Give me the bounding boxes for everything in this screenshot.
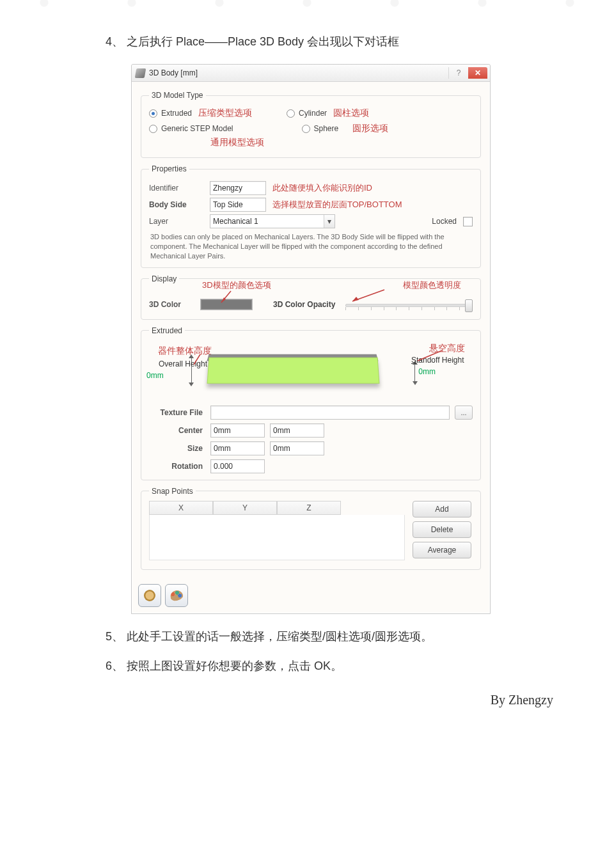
label-identifier: Identifier: [149, 184, 203, 193]
label-overall-height: Overall Height: [159, 359, 207, 368]
radio-generic[interactable]: Generic STEP Model: [149, 124, 233, 133]
legend-properties: Properties: [149, 164, 189, 173]
label-texture-file: Texture File: [149, 408, 205, 417]
field-texture-file[interactable]: [210, 406, 450, 420]
step-6: 6、 按照上图设置好你想要的参数，点击 OK。: [106, 655, 553, 677]
label-opacity: 3D Color Opacity: [273, 300, 335, 309]
radio-extruded[interactable]: Extruded: [149, 109, 192, 118]
label-rotation: Rotation: [149, 462, 205, 471]
anno-cylinder: 圆柱选项: [333, 107, 369, 119]
window-title: 3D Body [mm]: [149, 68, 198, 77]
author-line: By Zhengzy: [22, 693, 553, 707]
legend-model-type: 3D Model Type: [149, 91, 206, 100]
snap-grid-body[interactable]: [149, 515, 405, 560]
radio-label: Sphere: [314, 124, 339, 133]
radio-icon: [149, 109, 157, 118]
step-5: 5、 此处手工设置的话一般选择，压缩类型/圆柱选项/圆形选项。: [106, 626, 553, 647]
add-button[interactable]: Add: [413, 501, 471, 517]
anno-opacity: 模型颜色透明度: [403, 280, 461, 291]
label-center: Center: [149, 426, 205, 435]
field-size-x[interactable]: 0mm: [210, 441, 265, 455]
delete-button[interactable]: Delete: [413, 521, 471, 538]
col-z: Z: [277, 501, 341, 515]
field-center-y[interactable]: 0mm: [270, 423, 324, 438]
field-bodyside[interactable]: Top Side: [210, 198, 266, 212]
anno-identifier: 此处随便填入你能识别的ID: [272, 182, 372, 194]
radio-icon: [302, 125, 310, 133]
col-x: X: [149, 501, 213, 515]
app-icon: [135, 68, 146, 78]
anno-sphere: 圆形选项: [352, 123, 388, 134]
group-properties: Properties Identifier Zhengzy 此处随便填入你能识别…: [141, 164, 481, 268]
average-button[interactable]: Average: [413, 542, 471, 558]
radio-sphere[interactable]: Sphere: [302, 124, 339, 133]
anno-standoff-height: 悬空高度: [429, 343, 465, 354]
combo-layer[interactable]: Mechanical 1 ▾: [210, 214, 335, 228]
label-3d-color: 3D Color: [149, 300, 194, 309]
help-button[interactable]: ?: [448, 67, 468, 79]
label-standoff-height: tandoff Height: [416, 356, 464, 365]
properties-hint: 3D bodies can only be placed on Mechanic…: [150, 232, 471, 261]
legend-display: Display: [149, 274, 179, 283]
snap-header-row: X Y Z: [149, 501, 405, 515]
radio-cylinder[interactable]: Cylinder: [287, 109, 327, 118]
settings-icon[interactable]: [138, 584, 161, 607]
value-standoff-height: 0mm: [418, 367, 436, 376]
color-picker[interactable]: [200, 299, 253, 310]
slider-opacity[interactable]: [345, 299, 473, 310]
label-layer: Layer: [149, 217, 203, 226]
label-locked: Locked: [432, 217, 457, 226]
group-display: Display 3D模型的颜色选项 模型颜色透明度 3D Color 3D Co…: [141, 274, 481, 320]
anno-bodyside: 选择模型放置的层面TOP/BOTTOM: [272, 199, 402, 210]
field-identifier[interactable]: Zhengzy: [210, 181, 266, 195]
group-model-type: 3D Model Type Extruded 压缩类型选项 Cylinder 圆…: [141, 91, 481, 158]
label-bodyside: Body Side: [149, 200, 203, 209]
palette-icon[interactable]: [165, 584, 188, 607]
radio-label: Generic STEP Model: [161, 124, 233, 133]
dialog-footer: [132, 579, 490, 613]
group-extruded: Extruded 器件整体高度 悬空高度 Overall Height 0mm: [141, 326, 481, 480]
extruded-diagram: 器件整体高度 悬空高度 Overall Height 0mm: [149, 343, 473, 400]
col-y: Y: [213, 501, 277, 515]
combo-value: Mechanical 1: [213, 217, 258, 226]
anno-overall-height: 器件整体高度: [158, 345, 212, 357]
legend-extruded: Extruded: [149, 326, 185, 335]
checkbox-locked[interactable]: [463, 217, 473, 226]
anno-generic: 通用模型选项: [210, 137, 264, 148]
field-size-y[interactable]: 0mm: [270, 441, 324, 455]
field-rotation[interactable]: 0.000: [210, 459, 265, 473]
field-center-x[interactable]: 0mm: [210, 423, 265, 438]
anno-coloropt: 3D模型的颜色选项: [202, 280, 271, 291]
radio-icon: [149, 125, 157, 133]
step-4: 4、 之后执行 Place——Place 3D Body 会出现以下对话框: [106, 31, 553, 52]
standoff-underline: S: [411, 356, 416, 365]
close-button[interactable]: ✕: [468, 67, 487, 79]
dialog-3d-body: 3D Body [mm] ? ✕ 3D Model Type Extruded …: [131, 64, 491, 614]
radio-label: Cylinder: [299, 109, 327, 118]
radio-icon: [287, 109, 295, 118]
value-overall-height: 0mm: [146, 371, 164, 380]
chevron-down-icon: ▾: [324, 215, 335, 228]
radio-label: Extruded: [161, 109, 192, 118]
anno-extruded: 压缩类型选项: [198, 107, 252, 119]
window-titlebar: 3D Body [mm] ? ✕: [132, 65, 490, 82]
label-size: Size: [149, 444, 205, 453]
legend-snap-points: Snap Points: [149, 487, 196, 496]
browse-button[interactable]: ...: [455, 406, 473, 420]
group-snap-points: Snap Points X Y Z Add Delete: [141, 487, 481, 570]
